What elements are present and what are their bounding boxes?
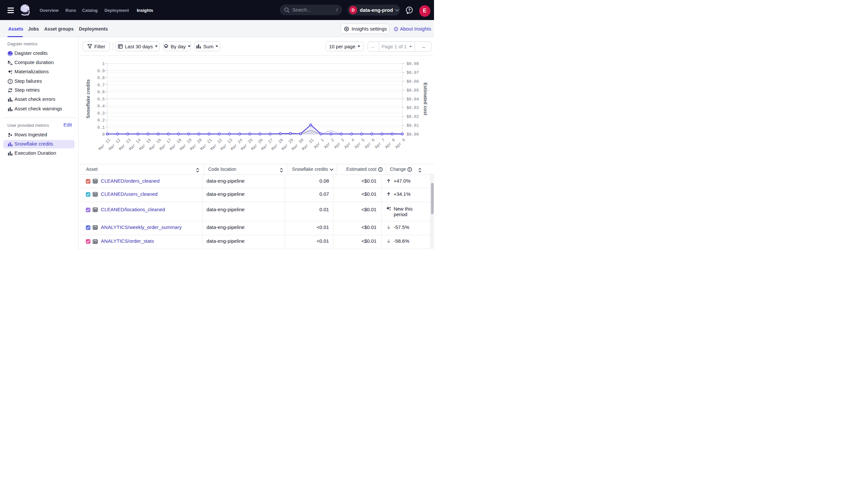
svg-text:$0.03: $0.03: [407, 106, 419, 110]
svg-text:$0.04: $0.04: [407, 97, 419, 102]
svg-text:$0.07: $0.07: [407, 70, 419, 75]
svg-text:Apr 7: Apr 7: [374, 137, 386, 149]
svg-text:Snowflake credits: Snowflake credits: [86, 79, 91, 118]
svg-text:0.2: 0.2: [97, 118, 105, 123]
svg-text:0.9: 0.9: [97, 69, 105, 74]
svg-text:0.5: 0.5: [97, 97, 105, 102]
svg-text:0.6: 0.6: [97, 90, 105, 95]
svg-text:Apr 2: Apr 2: [323, 137, 335, 149]
svg-text:Apr 4: Apr 4: [344, 137, 355, 149]
svg-text:1: 1: [102, 62, 105, 66]
svg-text:$0.01: $0.01: [407, 123, 419, 128]
svg-text:0: 0: [102, 132, 105, 137]
svg-text:$0.08: $0.08: [407, 62, 419, 66]
svg-text:Apr 5: Apr 5: [354, 137, 366, 149]
svg-text:0.1: 0.1: [97, 126, 105, 130]
svg-text:0.4: 0.4: [97, 104, 105, 109]
svg-text:$0.06: $0.06: [407, 79, 419, 84]
svg-text:$0.02: $0.02: [407, 115, 419, 119]
svg-text:Apr 6: Apr 6: [364, 137, 376, 149]
svg-text:Apr 1: Apr 1: [313, 137, 325, 149]
svg-text:Estimated cost: Estimated cost: [423, 82, 428, 115]
svg-text:0.7: 0.7: [97, 83, 105, 88]
svg-text:0.8: 0.8: [97, 76, 105, 80]
svg-text:0.3: 0.3: [97, 112, 105, 116]
svg-text:Apr 3: Apr 3: [333, 137, 345, 149]
svg-text:Apr 8: Apr 8: [384, 137, 396, 149]
svg-text:Apr 9: Apr 9: [394, 137, 406, 149]
svg-text:$0.00: $0.00: [407, 132, 419, 137]
svg-text:$0.05: $0.05: [407, 88, 419, 93]
